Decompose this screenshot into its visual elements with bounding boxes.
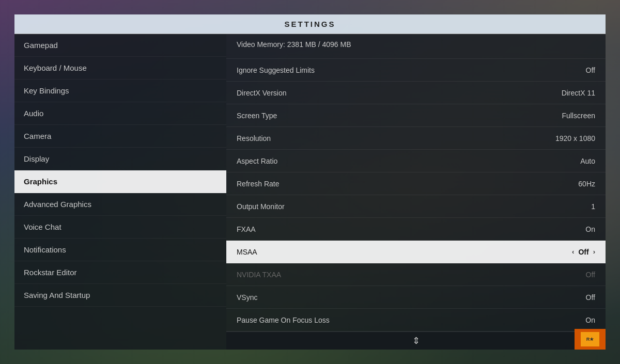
rockstar-logo: R★: [575, 329, 606, 350]
setting-row-ignore-limits[interactable]: Ignore Suggested LimitsOff: [226, 59, 606, 82]
setting-row-fxaa[interactable]: FXAAOn: [226, 218, 606, 241]
title-text: SETTINGS: [284, 20, 335, 28]
setting-row-output-monitor[interactable]: Output Monitor1: [226, 195, 606, 218]
setting-row-vsync[interactable]: VSyncOff: [226, 286, 606, 309]
sidebar-item-keyboard-mouse[interactable]: Keyboard / Mouse: [14, 57, 226, 80]
setting-label-refresh-rate: Refresh Rate: [237, 180, 279, 188]
setting-label-aspect-ratio: Aspect Ratio: [237, 157, 277, 165]
sidebar: GamepadKeyboard / MouseKey BindingsAudio…: [14, 34, 226, 350]
setting-value-aspect-ratio: Auto: [580, 157, 595, 165]
setting-label-screen-type: Screen Type: [237, 112, 277, 120]
setting-row-nvidia-txaa[interactable]: NVIDIA TXAAOff: [226, 263, 606, 286]
sidebar-item-graphics[interactable]: Graphics: [14, 170, 226, 193]
rockstar-logo-inner: R★: [581, 332, 599, 346]
setting-value-ignore-limits: Off: [586, 66, 595, 74]
sidebar-item-camera[interactable]: Camera: [14, 125, 226, 148]
setting-label-pause-game: Pause Game On Focus Loss: [237, 316, 330, 324]
setting-label-resolution: Resolution: [237, 134, 271, 143]
content-area: GamepadKeyboard / MouseKey BindingsAudio…: [14, 34, 606, 350]
title-bar: SETTINGS: [14, 14, 606, 34]
setting-row-refresh-rate[interactable]: Refresh Rate60Hz: [226, 172, 606, 195]
selector-left-arrow[interactable]: ‹: [572, 248, 574, 256]
setting-value-fxaa: On: [585, 225, 595, 233]
setting-label-ignore-limits: Ignore Suggested Limits: [237, 66, 315, 74]
sidebar-item-saving-startup[interactable]: Saving And Startup: [14, 284, 226, 307]
setting-value-pause-game: On: [585, 316, 595, 324]
scroll-indicator[interactable]: ⇕: [226, 331, 606, 350]
sidebar-item-audio[interactable]: Audio: [14, 102, 226, 125]
sidebar-item-advanced-graphics[interactable]: Advanced Graphics: [14, 193, 226, 216]
setting-label-output-monitor: Output Monitor: [237, 202, 285, 211]
setting-selector-msaa[interactable]: ‹Off›: [572, 248, 595, 256]
setting-row-resolution[interactable]: Resolution1920 x 1080: [226, 127, 606, 150]
setting-row-aspect-ratio[interactable]: Aspect RatioAuto: [226, 150, 606, 172]
sidebar-item-display[interactable]: Display: [14, 148, 226, 170]
sidebar-item-voice-chat[interactable]: Voice Chat: [14, 216, 226, 239]
setting-row-directx-version[interactable]: DirectX VersionDirectX 11: [226, 82, 606, 104]
setting-row-video-memory[interactable]: Video Memory: 2381 MB / 4096 MB: [226, 34, 606, 59]
sidebar-item-key-bindings[interactable]: Key Bindings: [14, 80, 226, 102]
setting-value-refresh-rate: 60Hz: [578, 180, 595, 188]
setting-value-nvidia-txaa: Off: [586, 271, 595, 279]
selector-right-arrow[interactable]: ›: [593, 248, 595, 256]
setting-label-video-memory: Video Memory: 2381 MB / 4096 MB: [237, 40, 351, 49]
setting-value-directx-version: DirectX 11: [562, 89, 595, 97]
setting-label-vsync: VSync: [237, 293, 257, 302]
sidebar-item-notifications[interactable]: Notifications: [14, 239, 226, 261]
settings-window: SETTINGS GamepadKeyboard / MouseKey Bind…: [14, 14, 606, 350]
setting-value-output-monitor: 1: [591, 202, 595, 211]
sidebar-item-gamepad[interactable]: Gamepad: [14, 34, 226, 57]
setting-value-vsync: Off: [586, 293, 595, 302]
setting-value-resolution: 1920 x 1080: [555, 134, 595, 143]
setting-value-screen-type: Fullscreen: [562, 112, 595, 120]
main-panel: Video Memory: 2381 MB / 4096 MBIgnore Su…: [226, 34, 606, 350]
setting-row-msaa[interactable]: MSAA‹Off›: [226, 241, 606, 263]
setting-row-screen-type[interactable]: Screen TypeFullscreen: [226, 104, 606, 127]
setting-label-nvidia-txaa: NVIDIA TXAA: [237, 271, 281, 279]
setting-row-pause-game[interactable]: Pause Game On Focus LossOn: [226, 309, 606, 331]
scroll-arrows-icon: ⇕: [412, 336, 420, 345]
sidebar-item-rockstar-editor[interactable]: Rockstar Editor: [14, 261, 226, 284]
rockstar-label: R★: [586, 337, 594, 342]
setting-label-msaa: MSAA: [237, 248, 257, 256]
setting-label-directx-version: DirectX Version: [237, 89, 286, 97]
setting-label-fxaa: FXAA: [237, 225, 256, 233]
setting-value-msaa: Off: [578, 248, 588, 256]
